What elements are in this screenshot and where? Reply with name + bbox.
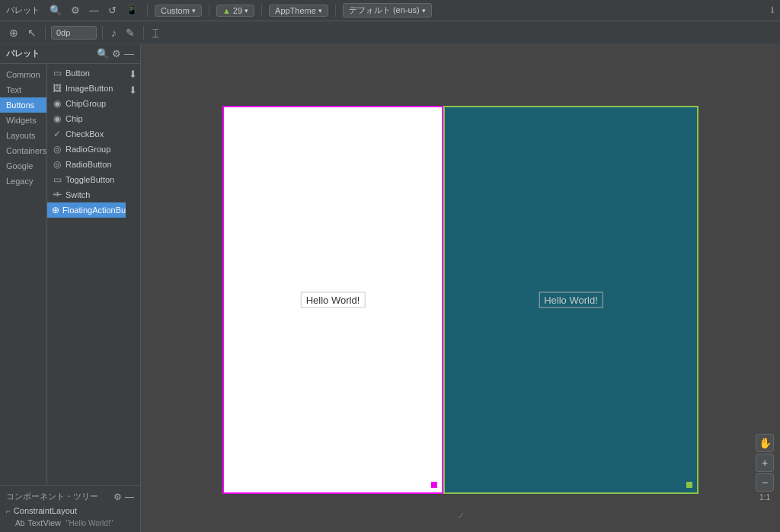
palette-header: パレット 🔍 ⚙ — <box>0 44 140 64</box>
locale-button[interactable]: デフォルト (en-us) ▾ <box>343 3 432 18</box>
fab-icon: ⊕ <box>52 205 59 215</box>
palette-search-icon[interactable]: 🔍 <box>97 48 109 59</box>
category-buttons[interactable]: Buttons <box>0 97 46 113</box>
zoom-plus-button[interactable]: + <box>756 454 774 472</box>
radiogroup-icon: ◎ <box>52 144 62 155</box>
separator-2 <box>209 5 209 17</box>
blueprint-dot <box>686 482 692 488</box>
component-gear-icon[interactable]: ⚙ <box>113 492 122 502</box>
textview-item[interactable]: Ab TextView "Hello World!" <box>0 517 140 529</box>
theme-button[interactable]: AppTheme ▾ <box>269 5 328 17</box>
chipgroup-icon: ◉ <box>52 98 62 109</box>
palette-chip[interactable]: ◉ Chip <box>47 111 126 126</box>
minimize-icon[interactable]: — <box>87 3 101 18</box>
second-toolbar: ⊕ ↖ ♪ ✎ ⌶ <box>0 21 780 44</box>
palette-chipgroup[interactable]: ◉ ChipGroup <box>47 96 126 111</box>
imagebutton-icon: 🖼 <box>52 83 62 94</box>
palette-gear-icon[interactable]: ⚙ <box>112 48 121 59</box>
separator-1 <box>147 5 148 17</box>
brush-icon[interactable]: ✎ <box>123 24 138 41</box>
category-legacy[interactable]: Legacy <box>0 174 46 189</box>
search-icon[interactable]: 🔍 <box>47 3 64 18</box>
dp-input[interactable] <box>51 26 97 40</box>
component-minimize-icon[interactable]: — <box>125 492 134 502</box>
constraint-icon: ⌐ <box>6 507 11 515</box>
device-icon[interactable]: 📱 <box>123 3 140 18</box>
category-widgets[interactable]: Widgets <box>0 113 46 128</box>
zoom-ratio-label: 1:1 <box>759 493 770 502</box>
category-google[interactable]: Google <box>0 158 46 174</box>
radiobutton-icon: ◎ <box>52 159 62 170</box>
chip-icon: ◉ <box>52 113 62 124</box>
text-cursor-icon[interactable]: ⌶ <box>149 24 161 41</box>
palette-button[interactable]: ▭ Button <box>47 65 126 81</box>
checkbox-icon: ✓ <box>52 129 62 139</box>
blueprint-canvas: Hello World! <box>443 106 698 494</box>
togglebutton-icon: ▭ <box>52 174 62 185</box>
palette-minimize-icon[interactable]: — <box>124 48 134 59</box>
design-hello-text: Hello World! <box>301 291 366 307</box>
api-button[interactable]: ▲ 29 ▾ <box>216 5 254 17</box>
canvas-wrapper: Hello World! Hello World! <box>222 106 698 494</box>
canvas-bottom-indicator: ⟋ <box>456 509 466 521</box>
separator-4 <box>335 5 336 17</box>
info-icon[interactable]: ℹ <box>771 5 774 15</box>
switch-icon: ⬲ <box>52 190 62 200</box>
component-tree-header: コンポーネント・ツリー ⚙ — <box>0 489 140 505</box>
palette-imagebutton[interactable]: 🖼 ImageButton <box>47 81 126 96</box>
design-canvas: Hello World! <box>222 106 443 494</box>
component-tree-title: コンポーネント・ツリー <box>6 491 110 502</box>
design-dot <box>431 482 437 488</box>
palette-title: パレット <box>6 48 94 59</box>
palette-togglebutton[interactable]: ▭ ToggleButton <box>47 172 126 187</box>
palette-radiobutton[interactable]: ◎ RadioButton <box>47 157 126 172</box>
tool-sep-1 <box>45 26 46 40</box>
gear-icon[interactable]: ⚙ <box>69 3 82 18</box>
cursor-icon[interactable]: ↖ <box>24 24 40 41</box>
left-panel: パレット 🔍 ⚙ — Common Text Buttons Widgets L… <box>0 44 141 532</box>
zoom-in-icon[interactable]: ⊕ <box>6 24 21 41</box>
palette-switch[interactable]: ⬲ Switch <box>47 187 126 202</box>
constraint-layout-item[interactable]: ⌐ ConstraintLayout <box>0 505 140 517</box>
main-area: パレット 🔍 ⚙ — Common Text Buttons Widgets L… <box>0 44 780 532</box>
category-layouts[interactable]: Layouts <box>0 128 46 143</box>
hand-tool-button[interactable]: ✋ <box>756 434 774 452</box>
palette-fab[interactable]: ⊕ FloatingActionButton <box>47 202 126 218</box>
tool-sep-3 <box>143 26 144 40</box>
download-button[interactable]: ⬇ <box>127 67 139 81</box>
component-tree-panel: コンポーネント・ツリー ⚙ — ⌐ ConstraintLayout Ab Te… <box>0 485 140 532</box>
category-list: Common Text Buttons Widgets Layouts Cont… <box>0 64 47 485</box>
category-common[interactable]: Common <box>0 67 46 82</box>
download2-button[interactable]: ⬇ <box>127 83 139 97</box>
custom-button[interactable]: Custom ▾ <box>155 5 202 17</box>
palette-content: Common Text Buttons Widgets Layouts Cont… <box>0 64 140 485</box>
tool-sep-2 <box>102 26 103 40</box>
zoom-minus-button[interactable]: − <box>756 473 774 492</box>
palette-radiogroup[interactable]: ◎ RadioGroup <box>47 142 126 157</box>
category-containers[interactable]: Containers <box>0 143 46 158</box>
wave-icon[interactable]: ♪ <box>108 24 120 41</box>
palette-checkbox[interactable]: ✓ CheckBox <box>47 126 126 142</box>
canvas-area: Hello World! Hello World! ⟋ ✋ + − 1:1 <box>141 44 780 532</box>
palette-actions: ⬇ ⬇ <box>126 64 140 485</box>
window-title: パレット <box>6 5 40 16</box>
top-toolbar: パレット 🔍 ⚙ — ↺ 📱 Custom ▾ ▲ 29 ▾ AppTheme … <box>0 0 780 21</box>
separator-3 <box>261 5 262 17</box>
item-list: ▭ Button 🖼 ImageButton ◉ ChipGroup ◉ Chi… <box>47 64 126 485</box>
right-tools: ✋ + − 1:1 <box>756 434 774 502</box>
blueprint-hello-text: Hello World! <box>539 291 603 307</box>
category-text[interactable]: Text <box>0 82 46 97</box>
textview-icon: Ab <box>15 519 24 527</box>
button-icon: ▭ <box>52 68 62 78</box>
refresh-icon[interactable]: ↺ <box>106 3 119 18</box>
